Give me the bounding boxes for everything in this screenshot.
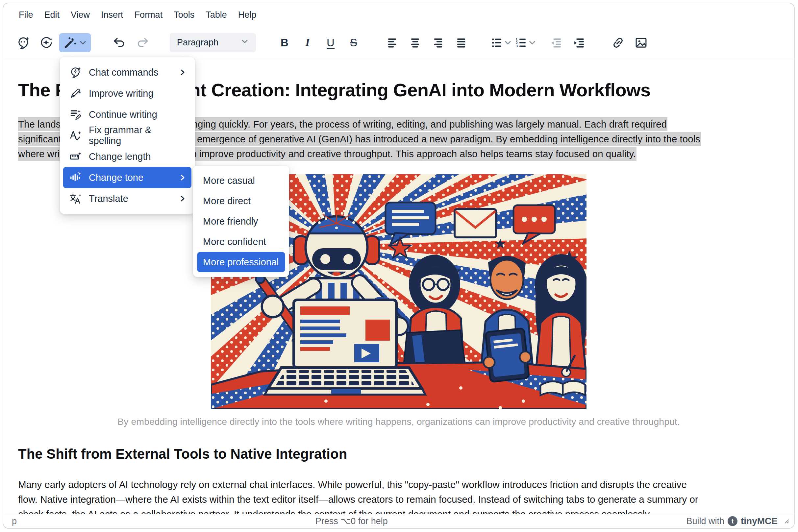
tinymce-logo-icon: t	[728, 516, 738, 526]
menu-item-chat-commands[interactable]: Chat commands	[63, 62, 191, 83]
submenu-item-more-friendly[interactable]: More friendly	[197, 211, 285, 231]
indent-button[interactable]	[569, 33, 590, 52]
menu-table[interactable]: Table	[200, 7, 233, 23]
menu-item-improve-writing[interactable]: Improve writing	[63, 83, 191, 104]
ai-dropdown-menu: Chat commands Improve writing Continue w…	[60, 57, 195, 214]
menu-item-change-tone[interactable]: Change tone	[63, 167, 191, 188]
bold-icon: B	[281, 37, 289, 48]
bold-button[interactable]: B	[274, 33, 295, 52]
change-tone-icon	[69, 171, 81, 184]
chevron-down-icon	[241, 37, 249, 48]
align-right-icon	[431, 36, 445, 50]
menu-help[interactable]: Help	[233, 7, 262, 23]
redo-button[interactable]	[132, 33, 153, 52]
outdent-button[interactable]	[546, 33, 567, 52]
woman-writing	[535, 254, 587, 372]
block-format-select[interactable]: Paragraph	[170, 33, 256, 52]
change-length-icon	[69, 150, 81, 163]
menu-edit[interactable]: Edit	[39, 7, 66, 23]
brand-prefix: Build with	[686, 516, 724, 527]
submenu-item-more-casual[interactable]: More casual	[197, 170, 285, 191]
chevron-down-icon	[528, 39, 536, 47]
strikethrough-button[interactable]: S	[344, 33, 364, 52]
strikethrough-icon: S	[350, 37, 357, 48]
envelope-icon	[454, 209, 496, 238]
italic-icon: I	[305, 37, 310, 48]
ai-shortcuts-icon	[39, 36, 53, 50]
underline-button[interactable]: U	[320, 33, 341, 52]
chevron-right-icon	[179, 174, 186, 181]
improve-writing-icon	[69, 87, 81, 100]
menu-item-continue-writing[interactable]: Continue writing	[63, 104, 191, 125]
align-center-button[interactable]	[405, 33, 426, 52]
submenu-item-more-professional[interactable]: More professional	[197, 252, 285, 272]
toolbar: Paragraph B I U S 123	[3, 26, 794, 59]
chevron-right-icon	[179, 69, 186, 76]
menu-view[interactable]: View	[65, 7, 95, 23]
align-left-icon	[386, 36, 399, 50]
ai-chat-button[interactable]	[13, 33, 34, 52]
statusbar: p Press ⌥0 for help Build with t tinyMCE	[3, 514, 794, 528]
help-shortcut-text: Press ⌥0 for help	[17, 516, 686, 527]
menu-item-change-length[interactable]: Change length	[63, 146, 191, 167]
align-justify-button[interactable]	[451, 33, 472, 52]
align-center-icon	[409, 36, 422, 50]
body-paragraph[interactable]: Many early adopters of AI technology rel…	[18, 477, 779, 515]
menu-tools[interactable]: Tools	[168, 7, 200, 23]
ai-wand-split-button[interactable]	[59, 33, 91, 52]
undo-icon	[112, 36, 126, 50]
chevron-down-icon	[79, 39, 87, 47]
editor-window: File Edit View Insert Format Tools Table…	[3, 3, 795, 529]
brand[interactable]: Build with t tinyMCE	[686, 516, 778, 527]
section-heading[interactable]: The Shift from External Tools to Native …	[18, 446, 779, 462]
link-icon	[611, 36, 625, 50]
element-path[interactable]: p	[12, 516, 17, 527]
magic-wand-icon	[63, 36, 77, 50]
translate-icon	[69, 192, 81, 205]
outdent-icon	[549, 36, 563, 50]
link-button[interactable]	[608, 33, 628, 52]
bullet-list-icon	[490, 36, 504, 50]
block-format-value: Paragraph	[177, 37, 218, 48]
ai-chat-icon	[16, 36, 30, 50]
submenu-item-more-confident[interactable]: More confident	[197, 231, 285, 252]
brand-name: tinyMCE	[741, 516, 778, 527]
menu-file[interactable]: File	[13, 7, 39, 23]
ai-shortcuts-button[interactable]	[36, 33, 57, 52]
menu-item-translate[interactable]: Translate	[63, 188, 191, 209]
align-justify-icon	[454, 36, 468, 50]
menu-insert[interactable]: Insert	[95, 7, 129, 23]
underline-icon: U	[327, 37, 335, 48]
image-caption: By embedding intelligence directly into …	[18, 416, 779, 427]
chat-commands-icon	[69, 66, 81, 79]
undo-button[interactable]	[109, 33, 130, 52]
chevron-right-icon	[179, 195, 186, 202]
image-icon	[634, 36, 648, 50]
resize-handle[interactable]	[782, 516, 790, 527]
numbered-list-split-button[interactable]: 123	[515, 33, 536, 52]
chevron-down-icon	[504, 39, 512, 47]
indent-icon	[572, 36, 586, 50]
image-button[interactable]	[631, 33, 651, 52]
continue-writing-icon	[69, 108, 81, 121]
submenu-item-more-direct[interactable]: More direct	[197, 191, 285, 211]
svg-text:3: 3	[516, 44, 518, 48]
italic-button[interactable]: I	[297, 33, 318, 52]
bullet-list-split-button[interactable]	[490, 33, 512, 52]
numbered-list-icon: 123	[515, 36, 528, 50]
menu-format[interactable]: Format	[129, 7, 168, 23]
change-tone-submenu: More casual More direct More friendly Mo…	[193, 166, 289, 277]
align-left-button[interactable]	[382, 33, 403, 52]
menubar: File Edit View Insert Format Tools Table…	[3, 3, 794, 26]
fix-grammar-icon	[69, 129, 81, 142]
redo-icon	[135, 36, 149, 50]
menu-item-fix-grammar[interactable]: Fix grammar & spelling	[63, 125, 191, 146]
align-right-button[interactable]	[428, 33, 449, 52]
